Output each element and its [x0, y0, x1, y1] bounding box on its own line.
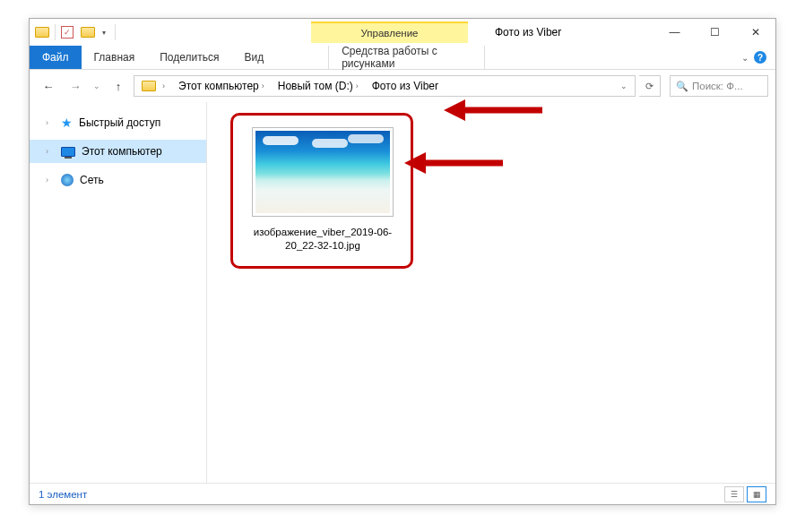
expand-icon[interactable]: ›: [46, 176, 55, 184]
chevron-right-icon: ›: [160, 82, 168, 90]
nav-back-button[interactable]: ←: [37, 74, 60, 98]
file-list-pane[interactable]: изображение_viber_2019-06-20_22-32-10.jp…: [207, 102, 775, 483]
help-icon[interactable]: ?: [754, 51, 766, 64]
nav-recent-dropdown[interactable]: ⌄: [91, 74, 103, 98]
tab-file[interactable]: Файл: [30, 46, 82, 69]
view-thumbnails-button[interactable]: ▦: [747, 486, 766, 502]
view-details-button[interactable]: ☰: [724, 486, 744, 502]
navigation-pane: › ★ Быстрый доступ › Этот компьютер › Се…: [30, 102, 207, 483]
qat-checkbox-icon[interactable]: ✓: [61, 26, 74, 39]
sidebar-item-label: Быстрый доступ: [79, 116, 160, 129]
folder-icon: [81, 27, 95, 38]
drive-icon: [142, 81, 156, 91]
breadcrumb-segment[interactable]: Этот компьютер: [178, 80, 259, 92]
file-name-label[interactable]: изображение_viber_2019-06-20_22-32-10.jp…: [238, 226, 408, 253]
minimize-button[interactable]: —: [654, 19, 695, 46]
chevron-right-icon: ›: [259, 82, 267, 90]
tab-share[interactable]: Поделиться: [147, 46, 231, 69]
expand-icon[interactable]: ›: [46, 118, 55, 127]
tab-home[interactable]: Главная: [82, 46, 148, 69]
refresh-button[interactable]: ⟳: [639, 75, 661, 97]
maximize-button[interactable]: ☐: [695, 19, 735, 46]
address-dropdown-icon[interactable]: ⌄: [615, 82, 633, 90]
file-thumbnail[interactable]: [252, 127, 394, 217]
contextual-tab-header: Управление: [311, 21, 468, 43]
close-button[interactable]: ✕: [735, 19, 775, 46]
annotation-arrow: [404, 145, 512, 181]
search-placeholder: Поиск: Ф...: [692, 81, 743, 91]
ribbon-expand-icon[interactable]: ⌄: [741, 53, 749, 63]
folder-icon: [35, 27, 49, 38]
qat-dropdown-icon[interactable]: ▾: [99, 29, 109, 37]
window-title: Фото из Viber: [495, 26, 561, 39]
status-item-count: 1 элемент: [39, 489, 87, 500]
sidebar-item-network[interactable]: › Сеть: [30, 168, 206, 192]
expand-icon[interactable]: ›: [46, 147, 55, 156]
star-icon: ★: [61, 116, 73, 130]
breadcrumb-segment[interactable]: Фото из Viber: [372, 80, 438, 92]
address-bar[interactable]: › Этот компьютер› Новый том (D:)› Фото и…: [134, 75, 636, 97]
chevron-right-icon: ›: [353, 82, 361, 90]
nav-up-button[interactable]: ↑: [107, 74, 130, 98]
tab-picture-tools[interactable]: Средства работы с рисунками: [328, 46, 485, 69]
sidebar-item-label: Этот компьютер: [82, 145, 162, 158]
sidebar-item-this-pc[interactable]: › Этот компьютер: [30, 140, 206, 163]
sidebar-item-quick-access[interactable]: › ★ Быстрый доступ: [30, 111, 206, 134]
search-input[interactable]: 🔍 Поиск: Ф...: [670, 75, 768, 97]
image-preview: [255, 131, 390, 213]
nav-forward-button: →: [64, 74, 87, 98]
tab-view[interactable]: Вид: [231, 46, 276, 69]
sidebar-item-label: Сеть: [80, 174, 104, 186]
breadcrumb-segment[interactable]: Новый том (D:): [278, 80, 353, 92]
network-icon: [61, 174, 74, 186]
computer-icon: [61, 147, 75, 157]
search-icon: 🔍: [676, 81, 688, 92]
